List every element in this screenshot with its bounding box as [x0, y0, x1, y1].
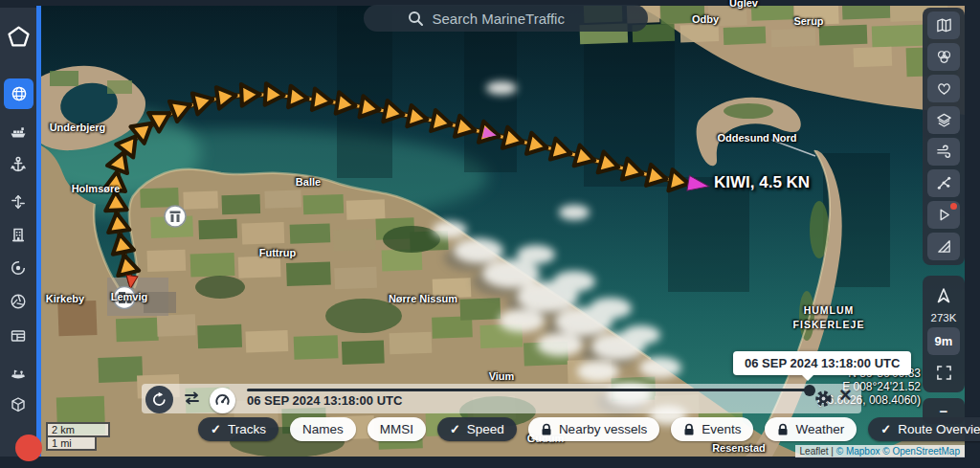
timeline-datetime: 06 SEP 2024 13:18:00 UTC	[247, 393, 402, 408]
vessel-name-speed-label[interactable]: KIWI, 4.5 KN	[714, 173, 810, 192]
check-icon: ✓	[211, 422, 221, 436]
replay-restart-button[interactable]	[145, 386, 173, 413]
toggle-names[interactable]: Names	[290, 417, 356, 441]
sidebar-item-ports[interactable]	[0, 149, 36, 180]
venn-filters-icon	[936, 49, 952, 65]
toggle-nearby-vessels[interactable]: Nearby vessels	[528, 417, 659, 441]
sidebar-accent-strip	[36, 6, 41, 457]
toggle-mmsi[interactable]: MMSI	[368, 417, 426, 441]
gear-icon	[814, 390, 833, 408]
timeline-slider-track[interactable]	[247, 389, 810, 391]
pilot-boat-icon	[10, 365, 27, 382]
check-icon: ✓	[880, 422, 891, 436]
check-icon: ✓	[450, 422, 460, 436]
map-tools-panel	[923, 8, 965, 265]
map-label: Underbjerg	[50, 122, 106, 133]
weather-button[interactable]	[927, 138, 960, 166]
share-button[interactable]	[927, 169, 960, 197]
anchor-icon	[10, 156, 27, 173]
radar-icon	[10, 259, 27, 277]
network-share-icon	[936, 175, 952, 191]
lock-icon	[683, 423, 695, 436]
sidebar-item-news[interactable]	[0, 321, 36, 351]
sidebar-item-explore-active[interactable]	[4, 78, 33, 109]
aperture-icon	[10, 293, 27, 310]
timeline-tooltip: 06 SEP 2024 13:18:00 UTC	[733, 351, 911, 375]
map-scale-panel: 273K 9m	[923, 276, 965, 392]
scale-control: 2 km 1 mi	[46, 422, 110, 451]
playback-speed-button[interactable]	[210, 388, 235, 413]
north-arrow-icon	[935, 287, 952, 304]
toggle-weather[interactable]: Weather	[765, 417, 857, 441]
building-icon	[10, 226, 27, 243]
toggle-speed[interactable]: ✓ Speed	[437, 417, 517, 441]
notification-dot	[950, 203, 957, 210]
play-icon	[936, 207, 952, 223]
map-label: Balle	[296, 176, 321, 188]
map-label: Futtrup	[259, 247, 296, 258]
sidebar-item-photos[interactable]	[0, 286, 36, 317]
map-label: Kirkeby	[46, 293, 84, 304]
replay-button[interactable]	[927, 201, 960, 229]
ship-icon	[10, 123, 27, 141]
map-label: FISKERLEJE	[793, 319, 865, 330]
favorites-button[interactable]	[927, 75, 960, 102]
toggle-label: Tracks	[228, 422, 266, 436]
toggle-label: Nearby vessels	[559, 422, 647, 436]
marinetraffic-app: Uglev Odby Serup Underbjerg Holmsøre Bal…	[0, 0, 980, 468]
left-sidebar	[0, 8, 36, 457]
cube-icon	[10, 396, 27, 413]
scale-mi: 1 mi	[46, 435, 97, 451]
fullscreen-button[interactable]	[927, 359, 960, 387]
sidebar-item-companies[interactable]	[0, 219, 36, 250]
marinetraffic-logo-icon[interactable]	[0, 21, 36, 52]
timeline-settings-button[interactable]	[814, 390, 833, 412]
measure-icon	[936, 238, 952, 255]
filters-button[interactable]	[927, 43, 960, 71]
attribution-separator: |	[829, 446, 836, 457]
close-timeline-button[interactable]: ×	[839, 385, 852, 406]
map-label: Nørre Nissum	[389, 293, 457, 304]
attribution-leaflet[interactable]: Leaflet	[800, 446, 829, 457]
map-scale-value: 273K	[923, 312, 965, 323]
search-input[interactable]	[433, 11, 605, 27]
layers-icon	[936, 112, 952, 128]
support-bubble[interactable]	[15, 435, 42, 461]
poi-marker	[165, 206, 186, 227]
fullscreen-icon	[936, 365, 952, 381]
sidebar-item-data[interactable]	[0, 390, 36, 420]
search-bar[interactable]	[364, 5, 648, 32]
depth-button[interactable]: 9m	[927, 327, 960, 355]
layers-button[interactable]	[927, 106, 960, 134]
news-table-icon	[10, 327, 27, 345]
sidebar-item-voyages[interactable]	[0, 187, 36, 217]
map-style-button[interactable]	[927, 11, 960, 39]
sidebar-item-stations[interactable]	[0, 253, 36, 283]
toggle-label: Names	[302, 422, 344, 436]
attribution-links[interactable]: © Mapbox © OpenStreetMap	[836, 446, 960, 457]
zoom-out-button[interactable]: −	[923, 398, 965, 424]
speedometer-icon	[214, 392, 231, 409]
sidebar-item-pilots[interactable]	[0, 358, 36, 389]
map-label: Holmsøre	[72, 183, 121, 194]
map-icon	[936, 17, 952, 33]
wind-icon	[936, 144, 952, 160]
route-icon	[10, 193, 27, 211]
swap-direction-button[interactable]	[184, 390, 200, 410]
toggle-label: MMSI	[380, 422, 413, 436]
north-compass-button[interactable]	[927, 281, 960, 309]
map-attribution: Leaflet | © Mapbox © OpenStreetMap	[795, 445, 965, 457]
map-label: Odby	[692, 13, 719, 25]
toggle-label: Speed	[467, 422, 504, 436]
search-icon	[408, 11, 424, 27]
lock-icon	[777, 423, 789, 436]
measure-button[interactable]	[927, 233, 960, 260]
toggle-tracks[interactable]: ✓ Tracks	[198, 417, 278, 441]
toggle-events[interactable]: Events	[671, 417, 753, 441]
heart-icon	[936, 80, 952, 97]
map-label: Lemvig	[111, 291, 148, 302]
toggle-label: Route Overview	[898, 422, 980, 436]
globe-icon	[11, 85, 28, 102]
lock-icon	[541, 423, 552, 436]
sidebar-item-vessels[interactable]	[0, 117, 36, 147]
